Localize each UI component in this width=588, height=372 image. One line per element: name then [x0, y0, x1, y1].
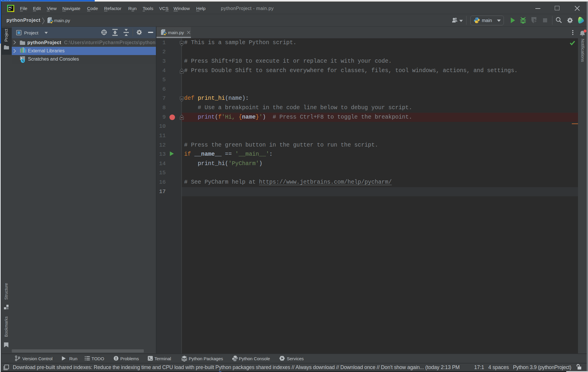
svg-text:PC: PC — [9, 6, 12, 9]
